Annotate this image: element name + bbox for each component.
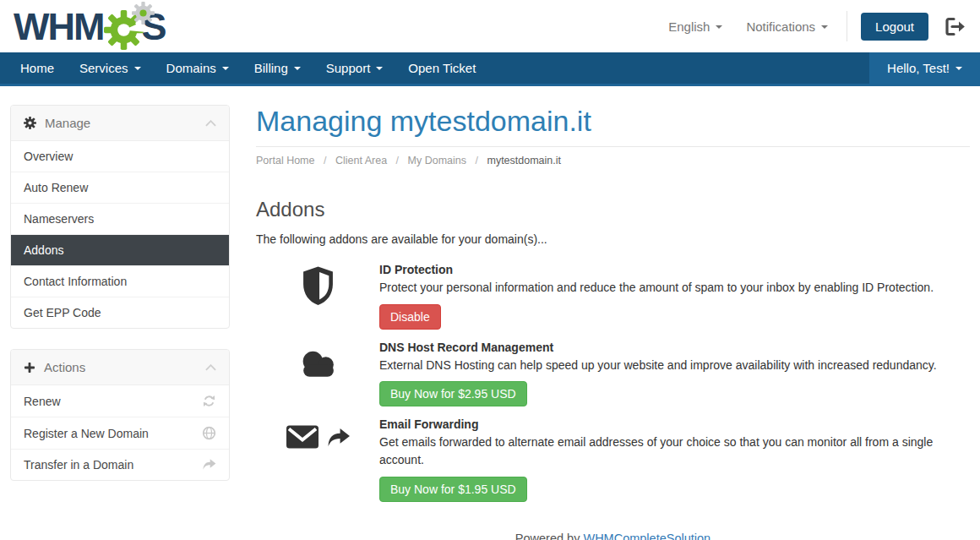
whmcompletesolution-link[interactable]: WHMCompleteSolution — [583, 532, 710, 540]
buy-dns-management-button[interactable]: Buy Now for $2.95 USD — [379, 381, 527, 406]
title-divider — [256, 146, 970, 147]
sidebar-item-label: Nameservers — [24, 212, 94, 226]
sidebar-item-auto-renew[interactable]: Auto Renew — [11, 172, 229, 204]
plus-icon — [24, 362, 35, 374]
addon-name: Email Forwarding — [379, 417, 970, 431]
sidebar-item-overview[interactable]: Overview — [11, 141, 229, 172]
cloud-icon — [256, 341, 379, 407]
refresh-icon — [202, 394, 216, 408]
section-intro: The following addons are available for y… — [256, 232, 970, 246]
manage-panel-title: Manage — [45, 116, 90, 130]
greeting-label: Hello, Test! — [887, 61, 950, 75]
actions-panel-header[interactable]: Actions — [11, 350, 229, 385]
logout-button[interactable]: Logout — [861, 13, 928, 41]
addon-description: Protect your personal information and re… — [379, 279, 970, 297]
envelope-forward-icon — [256, 417, 379, 501]
notifications-dropdown[interactable]: Notifications — [746, 19, 828, 34]
manage-panel: Manage Overview Auto Renew Nameservers A… — [10, 105, 230, 329]
nav-label: Services — [79, 61, 128, 75]
sign-out-icon[interactable] — [944, 16, 966, 37]
addon-description: External DNS Hosting can help speed up y… — [379, 357, 970, 374]
language-dropdown[interactable]: English — [668, 19, 722, 34]
sidebar-item-transfer-in-domain[interactable]: Transfer in a Domain — [11, 450, 229, 480]
page-title: Managing mytestdomain.it — [256, 105, 970, 138]
shield-icon — [256, 263, 379, 330]
addon-row-dns-management: DNS Host Record Management External DNS … — [256, 341, 970, 407]
caret-down-icon — [134, 67, 141, 70]
header-divider — [847, 11, 847, 41]
sidebar-item-label: Overview — [24, 150, 73, 163]
page-body: Manage Overview Auto Renew Nameservers A… — [0, 86, 980, 540]
addon-description: Get emails forwarded to alternate email … — [379, 434, 970, 468]
breadcrumb-separator: / — [476, 155, 478, 166]
notifications-label: Notifications — [746, 19, 815, 34]
sidebar-item-label: Renew — [24, 395, 61, 408]
breadcrumb: Portal Home / Client Area / My Domains /… — [256, 155, 970, 166]
addon-body: DNS Host Record Management External DNS … — [379, 341, 970, 407]
account-dropdown[interactable]: Hello, Test! — [869, 52, 980, 84]
caret-down-icon — [294, 67, 301, 70]
breadcrumb-portal-home[interactable]: Portal Home — [256, 155, 314, 166]
logo-text-whm: WHM — [14, 8, 103, 46]
nav-label: Billing — [254, 61, 288, 75]
buy-email-forwarding-button[interactable]: Buy Now for $1.95 USD — [379, 477, 527, 502]
footer: Powered by WHMCompleteSolution — [256, 513, 970, 540]
sidebar-item-addons[interactable]: Addons — [11, 235, 229, 266]
breadcrumb-my-domains[interactable]: My Domains — [408, 155, 466, 166]
disable-id-protection-button[interactable]: Disable — [379, 304, 441, 330]
sidebar: Manage Overview Auto Renew Nameservers A… — [10, 105, 230, 540]
sidebar-item-label: Contact Information — [24, 275, 127, 288]
sidebar-item-get-epp-code[interactable]: Get EPP Code — [11, 297, 229, 328]
nav-label: Open Ticket — [408, 61, 476, 75]
share-arrow-icon — [202, 458, 216, 472]
sidebar-item-label: Auto Renew — [24, 181, 88, 194]
caret-down-icon — [821, 25, 828, 29]
actions-panel: Actions Renew Register a New Domain — [10, 349, 230, 481]
language-label: English — [668, 19, 710, 34]
sidebar-item-register-new-domain[interactable]: Register a New Domain — [11, 417, 229, 450]
caret-down-icon — [222, 67, 229, 70]
addon-body: Email Forwarding Get emails forwarded to… — [379, 417, 970, 501]
caret-down-icon — [376, 67, 383, 70]
caret-down-icon — [956, 67, 962, 70]
nav-item-support[interactable]: Support — [313, 52, 396, 84]
sidebar-item-nameservers[interactable]: Nameservers — [11, 204, 229, 235]
addon-name: ID Protection — [379, 263, 970, 276]
nav-label: Home — [20, 61, 54, 75]
gray-gear-icon — [132, 2, 155, 25]
caret-down-icon — [716, 25, 722, 29]
nav-item-billing[interactable]: Billing — [242, 52, 313, 84]
sidebar-item-renew[interactable]: Renew — [11, 385, 229, 417]
manage-panel-header[interactable]: Manage — [11, 106, 229, 141]
nav-list: Home Services Domains Billing Support Op… — [0, 52, 488, 84]
addon-row-id-protection: ID Protection Protect your personal info… — [256, 263, 970, 330]
nav-item-services[interactable]: Services — [67, 52, 154, 84]
breadcrumb-current: mytestdomain.it — [487, 155, 561, 166]
main-navbar: Home Services Domains Billing Support Op… — [0, 52, 980, 86]
header-right: English Notifications Logout — [656, 11, 966, 41]
whmcs-logo[interactable]: WHM — [14, 3, 165, 50]
addon-name: DNS Host Record Management — [379, 341, 970, 354]
addon-row-email-forwarding: Email Forwarding Get emails forwarded to… — [256, 417, 970, 501]
nav-item-home[interactable]: Home — [8, 52, 67, 84]
sidebar-item-contact-information[interactable]: Contact Information — [11, 266, 229, 297]
nav-label: Domains — [166, 61, 216, 75]
actions-panel-title: Actions — [44, 360, 85, 374]
chevron-up-icon — [205, 364, 216, 371]
nav-item-domains[interactable]: Domains — [154, 52, 242, 84]
breadcrumb-client-area[interactable]: Client Area — [335, 155, 387, 166]
sidebar-item-label: Transfer in a Domain — [24, 458, 133, 472]
nav-item-open-ticket[interactable]: Open Ticket — [395, 52, 488, 84]
breadcrumb-separator: / — [396, 155, 399, 166]
addon-body: ID Protection Protect your personal info… — [379, 263, 970, 330]
sidebar-item-label: Addons — [24, 243, 63, 257]
powered-by-label: Powered by — [515, 532, 580, 540]
breadcrumb-separator: / — [324, 155, 326, 166]
section-title: Addons — [256, 198, 970, 221]
chevron-up-icon — [205, 120, 216, 127]
globe-icon — [202, 426, 216, 440]
top-header: WHM — [0, 0, 980, 52]
nav-label: Support — [326, 61, 371, 75]
main-content: Managing mytestdomain.it Portal Home / C… — [230, 105, 970, 540]
logo-gears — [104, 3, 155, 50]
